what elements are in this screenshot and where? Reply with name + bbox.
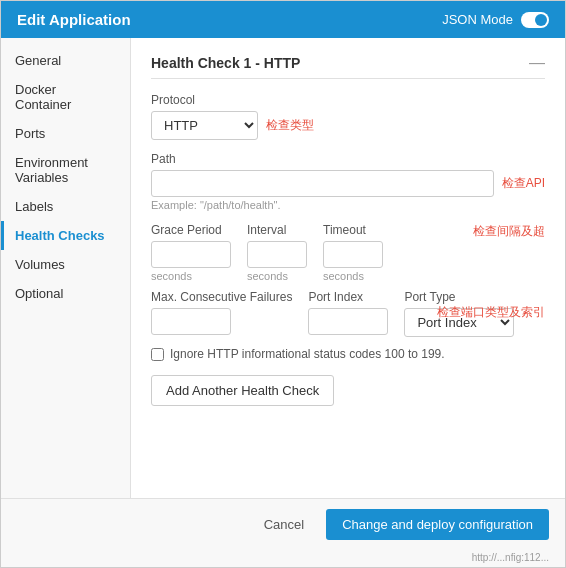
url-hint: http://...nfig:112... <box>1 550 565 567</box>
max-failures-input[interactable]: 3 <box>151 308 231 335</box>
interval-col: Interval 60 seconds <box>247 223 307 282</box>
timeout-col: Timeout 20 seconds <box>323 223 383 282</box>
path-hint: Example: "/path/to/health". <box>151 199 545 211</box>
port-index-label: Port Index <box>308 290 388 304</box>
sidebar-item-optional[interactable]: Optional <box>1 279 130 308</box>
timeout-sublabel: seconds <box>323 270 383 282</box>
timeout-label: Timeout <box>323 223 383 237</box>
interval-label: Interval <box>247 223 307 237</box>
grace-period-sublabel: seconds <box>151 270 231 282</box>
collapse-icon[interactable]: — <box>529 54 545 72</box>
grace-period-input[interactable]: 300 <box>151 241 231 268</box>
grace-period-col: Grace Period 300 seconds <box>151 223 231 282</box>
interval-sublabel: seconds <box>247 270 307 282</box>
cancel-button[interactable]: Cancel <box>254 511 314 538</box>
path-field-group: Path /v1/config/encrypt 检查API Example: "… <box>151 152 545 211</box>
deploy-button[interactable]: Change and deploy configuration <box>326 509 549 540</box>
interval-input[interactable]: 60 <box>247 241 307 268</box>
sidebar-item-health-checks[interactable]: Health Checks <box>1 221 130 250</box>
path-label: Path <box>151 152 545 166</box>
timeout-input[interactable]: 20 <box>323 241 383 268</box>
ignore-status-checkbox[interactable] <box>151 348 164 361</box>
path-annotation: 检查API <box>502 175 545 192</box>
protocol-row: HTTP HTTPS TCP COMMAND 检查类型 <box>151 111 545 140</box>
port-type-label: Port Type <box>404 290 514 304</box>
modal-body: General Docker Container Ports Environme… <box>1 38 565 498</box>
path-input[interactable]: /v1/config/encrypt <box>151 170 494 197</box>
json-mode-area: JSON Mode <box>442 12 549 28</box>
json-mode-toggle[interactable] <box>521 12 549 28</box>
max-failures-label: Max. Consecutive Failures <box>151 290 292 304</box>
port-index-col: Port Index 0 <box>308 290 388 335</box>
sidebar-item-volumes[interactable]: Volumes <box>1 250 130 279</box>
timeout-annotation: 检查间隔及超 <box>473 223 545 240</box>
section-header: Health Check 1 - HTTP — <box>151 54 545 79</box>
sidebar-item-labels[interactable]: Labels <box>1 192 130 221</box>
sidebar-item-ports[interactable]: Ports <box>1 119 130 148</box>
sidebar-item-docker-container[interactable]: Docker Container <box>1 75 130 119</box>
modal-footer: Cancel Change and deploy configuration <box>1 498 565 550</box>
port-index-input[interactable]: 0 <box>308 308 388 335</box>
section-title: Health Check 1 - HTTP <box>151 55 300 71</box>
json-mode-label: JSON Mode <box>442 12 513 27</box>
main-content: Health Check 1 - HTTP — Protocol HTTP HT… <box>131 38 565 498</box>
timing-fields: Grace Period 300 seconds Interval 60 sec… <box>151 223 545 282</box>
sidebar-item-environment-variables[interactable]: Environment Variables <box>1 148 130 192</box>
protocol-annotation: 检查类型 <box>266 117 314 134</box>
sidebar: General Docker Container Ports Environme… <box>1 38 131 498</box>
bottom-fields: Max. Consecutive Failures 3 Port Index 0… <box>151 290 545 337</box>
sidebar-item-general[interactable]: General <box>1 46 130 75</box>
protocol-field-group: Protocol HTTP HTTPS TCP COMMAND 检查类型 <box>151 93 545 140</box>
checkbox-label: Ignore HTTP informational status codes 1… <box>170 347 445 361</box>
grace-period-label: Grace Period <box>151 223 231 237</box>
max-failures-col: Max. Consecutive Failures 3 <box>151 290 292 335</box>
add-health-check-button[interactable]: Add Another Health Check <box>151 375 334 406</box>
modal-header: Edit Application JSON Mode <box>1 1 565 38</box>
port-annotation: 检查端口类型及索引 <box>437 304 545 321</box>
protocol-label: Protocol <box>151 93 545 107</box>
path-row: /v1/config/encrypt 检查API <box>151 170 545 197</box>
checkbox-row: Ignore HTTP informational status codes 1… <box>151 347 545 361</box>
protocol-select[interactable]: HTTP HTTPS TCP COMMAND <box>151 111 258 140</box>
modal-title: Edit Application <box>17 11 131 28</box>
modal-container: Edit Application JSON Mode General Docke… <box>0 0 566 568</box>
